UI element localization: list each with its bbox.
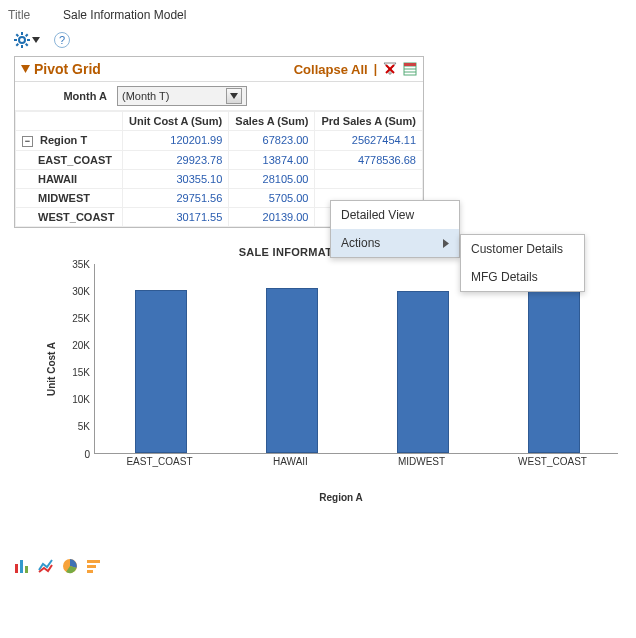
row-label: MIDWEST <box>16 188 123 207</box>
table-row: EAST_COAST 29923.78 13874.00 4778536.68 <box>16 150 423 169</box>
chart-type-toolbar <box>14 558 628 574</box>
y-axis-label: Unit Cost A <box>46 342 57 396</box>
cell[interactable]: 30171.55 <box>123 207 229 226</box>
y-tick: 25K <box>72 312 90 323</box>
filter-label: Month A <box>21 90 111 102</box>
settings-menu-button[interactable] <box>14 32 40 48</box>
x-tick: EAST_COAST <box>126 456 192 467</box>
y-tick: 30K <box>72 285 90 296</box>
context-submenu: Customer Details MFG Details <box>460 234 585 292</box>
cell[interactable]: 120201.99 <box>123 131 229 151</box>
svg-rect-27 <box>87 570 93 573</box>
x-axis-label: Region A <box>64 492 618 503</box>
clear-filter-icon[interactable] <box>383 62 397 76</box>
cell[interactable]: 25627454.11 <box>315 131 423 151</box>
bar[interactable] <box>397 291 449 453</box>
y-tick: 5K <box>78 421 90 432</box>
svg-marker-20 <box>443 239 449 248</box>
col-header[interactable]: Sales A (Sum) <box>229 112 315 131</box>
bar-chart-icon[interactable] <box>14 558 30 574</box>
row-label: EAST_COAST <box>16 150 123 169</box>
toolbar: ? <box>14 32 628 48</box>
cell[interactable]: 20139.00 <box>229 207 315 226</box>
grid-title: Pivot Grid <box>34 61 101 77</box>
cell[interactable]: 28105.00 <box>229 169 315 188</box>
filter-row: Month A (Month T) <box>15 82 423 111</box>
y-tick: 10K <box>72 394 90 405</box>
y-tick: 20K <box>72 340 90 351</box>
x-tick: HAWAII <box>273 456 308 467</box>
row-label: Region T <box>40 134 87 146</box>
svg-line-8 <box>26 34 28 36</box>
pie-chart-icon[interactable] <box>62 558 78 574</box>
cell[interactable]: 29923.78 <box>123 150 229 169</box>
row-label: HAWAII <box>16 169 123 188</box>
line-chart-icon[interactable] <box>38 558 54 574</box>
cell[interactable]: 5705.00 <box>229 188 315 207</box>
table-row: HAWAII 30355.10 28105.00 <box>16 169 423 188</box>
row-label: WEST_COAST <box>16 207 123 226</box>
bar[interactable] <box>135 290 187 452</box>
bar[interactable] <box>528 289 580 453</box>
svg-rect-21 <box>15 564 18 573</box>
y-tick: 35K <box>72 258 90 269</box>
menu-item-detailed-view[interactable]: Detailed View <box>331 201 459 229</box>
y-tick: 15K <box>72 367 90 378</box>
cell[interactable]: 4778536.68 <box>315 150 423 169</box>
gear-icon <box>14 32 30 48</box>
svg-line-6 <box>26 44 28 46</box>
filter-select-value: (Month T) <box>122 90 169 102</box>
svg-point-0 <box>19 37 25 43</box>
svg-rect-26 <box>87 565 96 568</box>
grid-view-icon[interactable] <box>403 62 417 76</box>
svg-rect-23 <box>25 566 28 573</box>
cell[interactable]: 67823.00 <box>229 131 315 151</box>
svg-line-7 <box>16 44 18 46</box>
x-tick: MIDWEST <box>398 456 445 467</box>
grid-header: Pivot Grid Collapse All | <box>15 57 423 82</box>
cell[interactable] <box>315 169 423 188</box>
svg-rect-25 <box>87 560 100 563</box>
collapse-triangle-icon[interactable] <box>21 65 30 74</box>
title-value: Sale Information Model <box>63 8 186 22</box>
svg-marker-10 <box>21 65 30 73</box>
help-button[interactable]: ? <box>54 32 70 48</box>
filter-select[interactable]: (Month T) <box>117 86 247 106</box>
title-label: Title <box>8 8 63 22</box>
context-menu: Detailed View Actions <box>330 200 460 258</box>
collapse-toggle[interactable]: − <box>22 136 33 147</box>
col-header[interactable]: Prd Sales A (Sum) <box>315 112 423 131</box>
plot-area <box>94 264 618 454</box>
x-axis: EAST_COASTHAWAIIMIDWESTWEST_COAST <box>94 454 618 474</box>
total-row: − Region T 120201.99 67823.00 25627454.1… <box>16 131 423 151</box>
cell[interactable]: 13874.00 <box>229 150 315 169</box>
y-tick: 0 <box>84 448 90 459</box>
cell[interactable]: 30355.10 <box>123 169 229 188</box>
header-row: Unit Cost A (Sum) Sales A (Sum) Prd Sale… <box>16 112 423 131</box>
collapse-all-link[interactable]: Collapse All <box>294 62 368 77</box>
svg-rect-18 <box>404 63 416 66</box>
select-chevron-icon <box>226 88 242 104</box>
y-axis: 05K10K15K20K25K30K35K <box>64 264 94 454</box>
menu-item-actions[interactable]: Actions <box>331 229 459 257</box>
col-header[interactable]: Unit Cost A (Sum) <box>123 112 229 131</box>
title-row: Title Sale Information Model <box>8 8 628 22</box>
svg-marker-19 <box>230 93 238 99</box>
bar[interactable] <box>266 288 318 453</box>
svg-rect-22 <box>20 560 23 573</box>
chevron-down-icon <box>32 37 40 43</box>
svg-marker-9 <box>32 37 40 43</box>
svg-line-5 <box>16 34 18 36</box>
x-tick: WEST_COAST <box>518 456 587 467</box>
chevron-right-icon <box>443 239 449 248</box>
menu-item-mfg-details[interactable]: MFG Details <box>461 263 584 291</box>
menu-item-customer-details[interactable]: Customer Details <box>461 235 584 263</box>
cell[interactable]: 29751.56 <box>123 188 229 207</box>
hbar-chart-icon[interactable] <box>86 558 102 574</box>
